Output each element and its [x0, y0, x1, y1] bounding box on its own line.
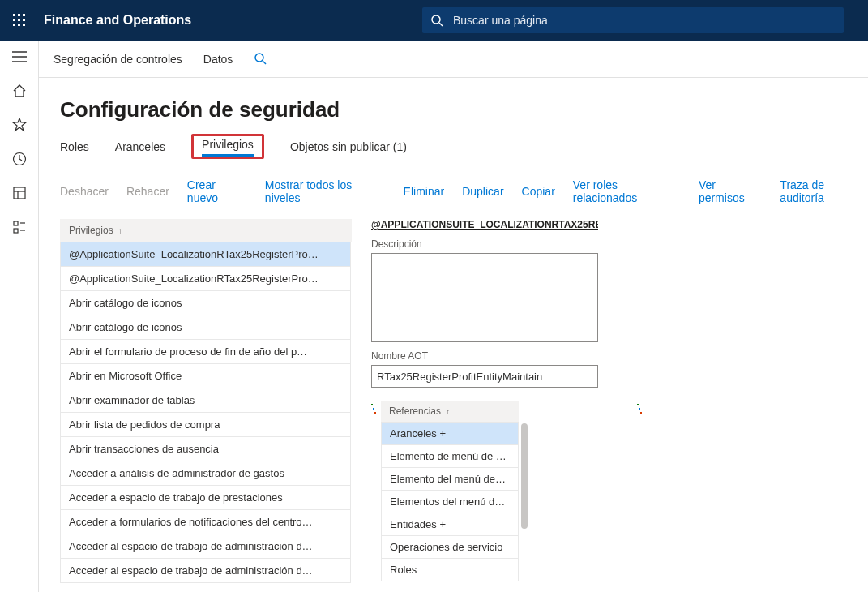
action-redo[interactable]: Rehacer: [126, 185, 169, 198]
reference-row[interactable]: Elementos del menú d…: [381, 491, 519, 513]
privilege-row[interactable]: Abrir en Microsoft Office: [60, 364, 351, 388]
privilege-row[interactable]: Acceder a espacio de trabajo de prestaci…: [60, 486, 351, 510]
svg-line-10: [439, 23, 443, 26]
tab-privilegios[interactable]: Privilegios: [191, 134, 264, 159]
privilege-row[interactable]: @ApplicationSuite_LocalizationRTax25Regi…: [60, 242, 351, 267]
brand-title: Finance and Operations: [44, 13, 191, 28]
svg-rect-15: [14, 187, 25, 199]
svg-point-9: [432, 15, 440, 24]
splitter-handle-right[interactable]: [637, 404, 642, 414]
privileges-header-label: Privilegios: [69, 225, 113, 236]
app-launcher-button[interactable]: [0, 0, 39, 41]
home-icon: [12, 84, 27, 98]
global-search[interactable]: [422, 7, 844, 33]
svg-rect-4: [18, 19, 20, 21]
action-create-new[interactable]: Crear nuevo: [187, 178, 247, 204]
references-list[interactable]: Aranceles + Elemento de menú de … Elemen…: [381, 422, 519, 581]
reference-row[interactable]: Elemento del menú de…: [381, 468, 519, 491]
reference-row[interactable]: Aranceles +: [381, 422, 519, 445]
privileges-panel: Privilegios ↑ @ApplicationSuite_Localiza…: [60, 219, 352, 592]
search-icon: [430, 14, 443, 27]
reference-row[interactable]: Entidades +: [381, 513, 519, 536]
secondary-toolbar: Segregación de controles Datos: [39, 41, 868, 78]
references-scrollbar[interactable]: [520, 422, 528, 581]
detail-panel: @APPLICATIONSUITE_LOCALIZATIONRTAX25REGI…: [371, 219, 868, 592]
tab-privilegios-label: Privilegios: [202, 138, 254, 151]
action-delete[interactable]: Eliminar: [404, 185, 445, 198]
svg-rect-3: [13, 19, 15, 21]
svg-rect-8: [23, 24, 25, 26]
privileges-list[interactable]: @ApplicationSuite_LocalizationRTax25Regi…: [60, 242, 352, 592]
modules-button[interactable]: [11, 219, 28, 235]
search-icon: [254, 52, 267, 65]
svg-rect-0: [13, 14, 15, 16]
hamburger-button[interactable]: [11, 49, 28, 65]
svg-rect-7: [18, 24, 20, 26]
privilege-row[interactable]: Acceder al espacio de trabajo de adminis…: [60, 534, 351, 559]
action-view-related-roles[interactable]: Ver roles relacionados: [573, 178, 681, 204]
tabs-row: Roles Aranceles Privilegios Objetos sin …: [60, 134, 868, 159]
segregation-link[interactable]: Segregación de controles: [53, 53, 182, 66]
privileges-header[interactable]: Privilegios ↑: [60, 219, 352, 242]
recents-button[interactable]: [11, 151, 28, 167]
reference-row[interactable]: Roles: [381, 559, 519, 581]
sort-ascending-icon: ↑: [446, 407, 450, 416]
svg-rect-2: [23, 14, 25, 16]
privilege-row[interactable]: Abrir el formulario de proceso de fin de…: [60, 340, 351, 364]
svg-rect-6: [13, 24, 15, 26]
references-header-label: Referencias: [389, 405, 441, 417]
description-label: Descripción: [371, 238, 852, 250]
scrollbar-thumb[interactable]: [521, 423, 528, 529]
references-panel: Referencias ↑ Aranceles + Elemento de me…: [381, 401, 519, 581]
svg-rect-18: [14, 221, 18, 225]
action-duplicate[interactable]: Duplicar: [462, 185, 503, 198]
privilege-row[interactable]: Acceder a formularios de notificaciones …: [60, 510, 351, 534]
privilege-row[interactable]: Abrir catálogo de iconos: [60, 291, 351, 315]
aot-name-label: Nombre AOT: [371, 350, 852, 362]
privilege-row[interactable]: Abrir catálogo de iconos: [60, 315, 351, 340]
reference-row[interactable]: Elemento de menú de …: [381, 445, 519, 468]
action-copy[interactable]: Copiar: [522, 185, 555, 198]
global-search-input[interactable]: [451, 13, 836, 28]
datos-link[interactable]: Datos: [203, 53, 233, 66]
actions-row: Deshacer Rehacer Crear nuevo Mostrar tod…: [60, 178, 868, 204]
hamburger-icon: [12, 51, 27, 62]
modules-icon: [12, 220, 27, 234]
description-textarea[interactable]: [371, 253, 598, 342]
action-audit-trail[interactable]: Traza de auditoría: [780, 178, 868, 204]
references-header[interactable]: Referencias ↑: [381, 401, 519, 422]
svg-rect-19: [14, 229, 18, 233]
workspace-icon: [12, 186, 27, 200]
page-title: Configuración de seguridad: [60, 97, 868, 122]
privilege-row[interactable]: @ApplicationSuite_LocalizationRTax25Regi…: [60, 267, 351, 291]
topbar: Finance and Operations: [0, 0, 868, 41]
privilege-row[interactable]: Abrir lista de pedidos de compra: [60, 413, 351, 437]
tab-roles[interactable]: Roles: [60, 137, 89, 157]
toolbar-search-button[interactable]: [254, 52, 268, 66]
splitter-handle-left[interactable]: [371, 404, 376, 414]
waffle-icon: [13, 14, 26, 27]
star-icon: [12, 118, 27, 132]
action-view-permissions[interactable]: Ver permisos: [699, 178, 762, 204]
tab-aranceles[interactable]: Aranceles: [115, 137, 165, 157]
privilege-row[interactable]: Acceder a análisis de administrador de g…: [60, 461, 351, 486]
privilege-row[interactable]: Abrir examinador de tablas: [60, 388, 351, 413]
svg-point-22: [255, 54, 263, 62]
workspaces-button[interactable]: [11, 185, 28, 201]
tab-objetos[interactable]: Objetos sin publicar (1): [290, 137, 407, 157]
aot-name-value: RTax25RegisterProfitEntityMaintain: [377, 371, 542, 383]
aot-name-field[interactable]: RTax25RegisterProfitEntityMaintain: [371, 365, 598, 388]
action-show-all-levels[interactable]: Mostrar todos los niveles: [265, 178, 386, 204]
favorites-button[interactable]: [11, 117, 28, 133]
detail-heading: @APPLICATIONSUITE_LOCALIZATIONRTAX25REGI…: [371, 219, 598, 230]
privilege-row[interactable]: Acceder al espacio de trabajo de adminis…: [60, 559, 351, 583]
svg-line-23: [263, 61, 266, 64]
sort-ascending-icon: ↑: [118, 226, 122, 235]
reference-row[interactable]: Operaciones de servicio: [381, 536, 519, 559]
privilege-row[interactable]: Abrir transacciones de ausencia: [60, 437, 351, 461]
clock-icon: [12, 152, 27, 166]
action-undo[interactable]: Deshacer: [60, 185, 109, 198]
svg-rect-5: [23, 19, 25, 21]
left-rail: [0, 41, 39, 592]
home-button[interactable]: [11, 83, 28, 99]
